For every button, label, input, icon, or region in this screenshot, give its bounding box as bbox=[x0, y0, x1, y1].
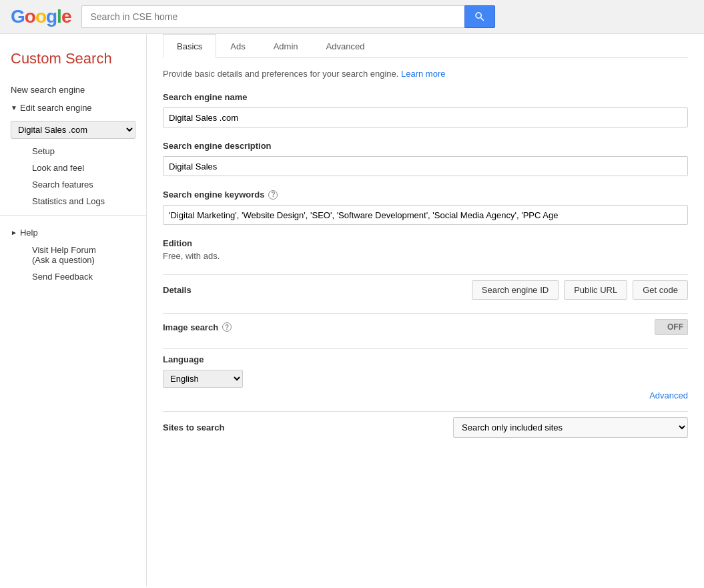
search-icon bbox=[474, 11, 486, 23]
details-buttons: Search engine ID Public URL Get code bbox=[472, 280, 688, 300]
sidebar-item-look-and-feel[interactable]: Look and feel bbox=[21, 160, 146, 176]
sidebar-item-visit-forum[interactable]: Visit Help Forum (Ask a question) bbox=[21, 242, 146, 268]
engine-sub-menu: Setup Look and feel Search features Stat… bbox=[0, 143, 146, 210]
sidebar-item-search-features[interactable]: Search features bbox=[21, 176, 146, 193]
sites-to-search-label: Sites to search bbox=[163, 422, 225, 432]
edit-engine-label: Edit search engine bbox=[20, 103, 92, 113]
tabs: Basics Ads Admin Advanced bbox=[163, 34, 688, 58]
content-area: Basics Ads Admin Advanced Provide basic … bbox=[147, 34, 704, 586]
edition-section: Edition Free, with ads. bbox=[163, 238, 688, 261]
language-section: Language EnglishFrenchGermanSpanish bbox=[163, 354, 688, 388]
sidebar: Custom Search New search engine ▼ Edit s… bbox=[0, 34, 147, 586]
sidebar-item-send-feedback[interactable]: Send Feedback bbox=[21, 268, 146, 285]
image-search-label: Image search ? bbox=[163, 322, 232, 332]
sidebar-item-help[interactable]: ► Help bbox=[0, 224, 146, 242]
google-logo: Google bbox=[11, 6, 71, 27]
toggle-off-label: OFF bbox=[663, 322, 687, 332]
sites-to-search-row: Sites to search Search only included sit… bbox=[163, 417, 688, 438]
main-layout: Custom Search New search engine ▼ Edit s… bbox=[0, 34, 704, 586]
advanced-link-section: Advanced bbox=[163, 390, 688, 400]
description-label: Search engine description bbox=[163, 141, 688, 151]
tab-advanced[interactable]: Advanced bbox=[312, 34, 379, 58]
sites-select[interactable]: Search only included sitesSearch the ent… bbox=[453, 417, 688, 438]
edition-label: Edition bbox=[163, 238, 688, 248]
details-section: Details Search engine ID Public URL Get … bbox=[163, 280, 688, 300]
tab-ads[interactable]: Ads bbox=[216, 34, 259, 58]
search-button[interactable] bbox=[464, 5, 495, 28]
section-divider-3 bbox=[163, 348, 688, 349]
section-description: Provide basic details and preferences fo… bbox=[163, 69, 688, 79]
learn-more-link[interactable]: Learn more bbox=[401, 69, 445, 79]
tab-basics[interactable]: Basics bbox=[163, 34, 216, 58]
help-sub-menu: Visit Help Forum (Ask a question) Send F… bbox=[0, 242, 146, 285]
page-title: Custom Search bbox=[0, 45, 146, 81]
edition-value: Free, with ads. bbox=[163, 251, 688, 261]
image-search-toggle[interactable]: OFF bbox=[655, 319, 688, 335]
search-input[interactable] bbox=[81, 5, 464, 28]
language-select[interactable]: EnglishFrenchGermanSpanish bbox=[163, 370, 243, 388]
search-engine-id-button[interactable]: Search engine ID bbox=[472, 280, 559, 300]
sidebar-divider bbox=[0, 215, 146, 216]
details-label: Details bbox=[163, 285, 192, 295]
sidebar-item-edit-engine[interactable]: ▼ Edit search engine bbox=[0, 99, 146, 117]
language-label: Language bbox=[163, 354, 688, 364]
help-label: Help bbox=[20, 228, 38, 238]
name-label: Search engine name bbox=[163, 92, 688, 102]
keywords-help-icon[interactable]: ? bbox=[268, 190, 278, 200]
section-divider bbox=[163, 274, 688, 275]
chevron-right-icon: ► bbox=[11, 229, 17, 236]
toggle-control: OFF bbox=[655, 319, 688, 335]
sidebar-item-new-engine[interactable]: New search engine bbox=[0, 81, 146, 99]
search-engine-description-input[interactable] bbox=[163, 156, 688, 176]
sites-select-wrap: Search only included sitesSearch the ent… bbox=[453, 417, 688, 438]
search-engine-description-group: Search engine description bbox=[163, 141, 688, 176]
sidebar-item-setup[interactable]: Setup bbox=[21, 143, 146, 160]
search-engine-name-input[interactable] bbox=[163, 107, 688, 127]
search-engine-keywords-group: Search engine keywords ? bbox=[163, 190, 688, 225]
sidebar-item-statistics[interactable]: Statistics and Logs bbox=[21, 193, 146, 210]
get-code-button[interactable]: Get code bbox=[633, 280, 688, 300]
image-search-help-icon[interactable]: ? bbox=[222, 322, 232, 332]
advanced-link[interactable]: Advanced bbox=[649, 390, 688, 400]
chevron-down-icon: ▼ bbox=[11, 104, 17, 111]
section-divider-2 bbox=[163, 313, 688, 314]
search-bar bbox=[81, 5, 495, 28]
engine-selector-dropdown: Digital Sales .com bbox=[0, 117, 146, 143]
keywords-label: Search engine keywords ? bbox=[163, 190, 688, 200]
section-divider-4 bbox=[163, 411, 688, 412]
public-url-button[interactable]: Public URL bbox=[564, 280, 627, 300]
tab-admin[interactable]: Admin bbox=[260, 34, 312, 58]
engine-select[interactable]: Digital Sales .com bbox=[11, 121, 135, 139]
image-search-row: Image search ? OFF bbox=[163, 319, 688, 335]
header: Google bbox=[0, 0, 704, 34]
search-engine-name-group: Search engine name bbox=[163, 92, 688, 127]
language-select-wrap: EnglishFrenchGermanSpanish bbox=[163, 370, 688, 388]
keywords-input[interactable] bbox=[163, 205, 688, 225]
